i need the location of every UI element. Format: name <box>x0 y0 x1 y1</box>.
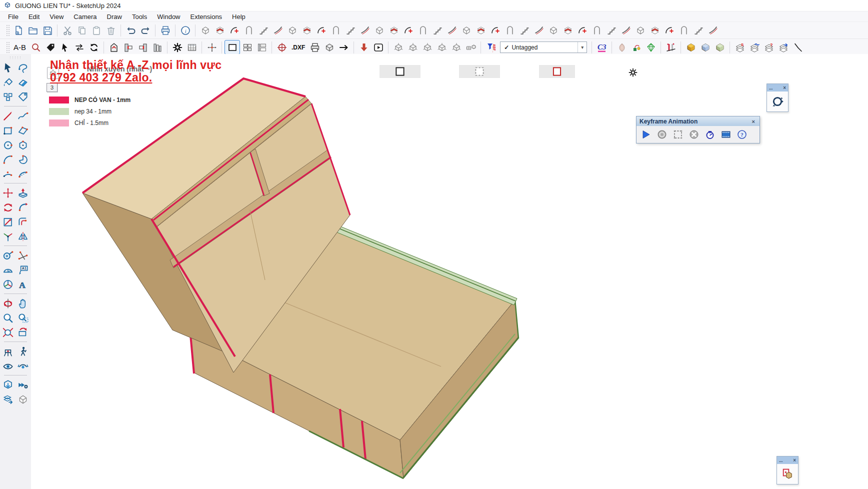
ext-14-button[interactable] <box>386 24 401 37</box>
menu-camera[interactable]: Camera <box>68 12 102 21</box>
copy-button[interactable] <box>74 24 89 37</box>
push-pull-tool[interactable] <box>16 186 30 200</box>
components-tool[interactable] <box>1 90 16 104</box>
floating-panel-titlebar[interactable]: ... × <box>767 84 788 92</box>
ext-25-button[interactable] <box>546 24 560 37</box>
target-red-button[interactable] <box>274 40 289 54</box>
freehand-tool[interactable] <box>16 108 30 123</box>
panel-close-icon[interactable]: × <box>783 85 786 90</box>
ext-28-button[interactable] <box>590 24 604 37</box>
gear-black-button[interactable] <box>170 40 184 54</box>
tag-tool-tool[interactable] <box>16 90 30 104</box>
axes-tool[interactable] <box>1 277 16 292</box>
circle-tool[interactable] <box>1 138 16 152</box>
convert-gears-2-tool[interactable] <box>16 392 30 406</box>
cube-axes-button[interactable] <box>391 40 406 54</box>
play-button-button[interactable] <box>371 40 386 54</box>
ext-5-button[interactable] <box>256 24 270 37</box>
look-around-tool[interactable] <box>16 358 30 373</box>
ext-12-button[interactable] <box>358 24 372 37</box>
rotated-rectangle-tool[interactable] <box>16 123 30 138</box>
line-tool[interactable] <box>1 108 16 123</box>
ext-21-button[interactable] <box>488 24 502 37</box>
ext-33-button[interactable] <box>662 24 676 37</box>
position-camera-tool[interactable] <box>1 344 16 358</box>
ext-6-button[interactable] <box>270 24 285 37</box>
toolbar-grip[interactable] <box>6 24 10 36</box>
polygon-tool[interactable] <box>16 138 30 152</box>
palette-grip[interactable] <box>9 56 22 59</box>
cube-axes-button[interactable] <box>420 40 434 54</box>
ext-13-button[interactable] <box>372 24 386 37</box>
tape-measure-tool[interactable] <box>1 248 16 262</box>
zoom-red-button[interactable] <box>28 40 43 54</box>
open-file-button[interactable] <box>26 24 40 37</box>
cube-axes-button[interactable] <box>449 40 464 54</box>
ext-7-button[interactable] <box>285 24 300 37</box>
toolbar-grip[interactable] <box>6 42 10 54</box>
menu-help[interactable]: Help <box>227 12 250 21</box>
mirror-tool[interactable] <box>16 229 30 244</box>
ext-4-button[interactable] <box>242 24 256 37</box>
arc-tool[interactable] <box>1 152 16 166</box>
text-label-tool[interactable]: A1 <box>16 262 30 277</box>
ext-10-button[interactable] <box>328 24 343 37</box>
stack-arrow-button[interactable] <box>776 40 790 54</box>
cube-green-button[interactable] <box>712 40 727 54</box>
style-sections-button[interactable] <box>240 40 254 54</box>
cut-button[interactable] <box>60 24 74 37</box>
save-button[interactable] <box>40 24 54 37</box>
ext-34-button[interactable] <box>676 24 691 37</box>
ext-32-button[interactable] <box>648 24 662 37</box>
red-posts-button[interactable] <box>664 40 678 54</box>
arrow-down-red-button[interactable] <box>356 40 371 54</box>
ext-18-button[interactable] <box>444 24 459 37</box>
curve-tool-button[interactable] <box>790 40 805 54</box>
pie-tool[interactable] <box>16 152 30 166</box>
convert-gears-tool[interactable] <box>16 378 30 392</box>
stack-wave-button[interactable] <box>747 40 762 54</box>
keyframe-play-button[interactable] <box>640 128 652 141</box>
keyframe-delete-keys-button[interactable] <box>688 128 700 141</box>
ext-27-button[interactable] <box>575 24 590 37</box>
arrow-right-button[interactable] <box>336 40 351 54</box>
keyframe-panel-titlebar[interactable]: Keyframe Animation × <box>636 116 760 126</box>
refresh-button[interactable] <box>86 40 101 54</box>
ext-30-button[interactable] <box>618 24 633 37</box>
menu-edit[interactable]: Edit <box>24 12 44 21</box>
ext-8-button[interactable] <box>300 24 314 37</box>
menu-window[interactable]: Window <box>152 12 185 21</box>
menu-draw[interactable]: Draw <box>102 12 127 21</box>
settings-gear-button[interactable] <box>626 66 640 79</box>
keyframe-timing-button[interactable] <box>704 128 716 141</box>
ext-1-button[interactable] <box>198 24 212 37</box>
select-tool[interactable] <box>1 60 16 75</box>
cube-yellow-button[interactable] <box>684 40 698 54</box>
undo-button[interactable] <box>124 24 138 37</box>
c3-logo-button[interactable]: C3 <box>594 40 609 54</box>
three-point-arc-tool[interactable] <box>16 166 30 181</box>
menu-view[interactable]: View <box>44 12 68 21</box>
menu-file[interactable]: File <box>3 12 24 21</box>
floating-panel-titlebar[interactable]: ... × <box>777 456 798 464</box>
two-point-arc-tool[interactable] <box>1 166 16 181</box>
ext-16-button[interactable] <box>416 24 430 37</box>
ext-11-button[interactable] <box>343 24 358 37</box>
ext-24-button[interactable] <box>532 24 546 37</box>
paint-bucket-tool[interactable] <box>1 75 16 90</box>
section-house-button[interactable] <box>106 40 121 54</box>
display-solid-button[interactable] <box>380 65 420 78</box>
panel-options-dots[interactable]: ... <box>769 86 773 90</box>
ext-22-button[interactable] <box>502 24 517 37</box>
bag-tool-button[interactable] <box>629 40 644 54</box>
menu-extensions[interactable]: Extensions <box>186 12 228 21</box>
export-box-button[interactable] <box>322 40 336 54</box>
tags-dropdown[interactable]: ✓Untagged▾ <box>500 42 587 53</box>
lasso-tool[interactable] <box>16 60 30 75</box>
panel-close-icon[interactable]: × <box>793 458 796 463</box>
ext-26-button[interactable] <box>560 24 575 37</box>
cursor-button[interactable] <box>58 40 72 54</box>
rotate-tool[interactable] <box>1 200 16 214</box>
ext-19-button[interactable] <box>459 24 474 37</box>
shell-tool-button[interactable] <box>614 40 629 54</box>
